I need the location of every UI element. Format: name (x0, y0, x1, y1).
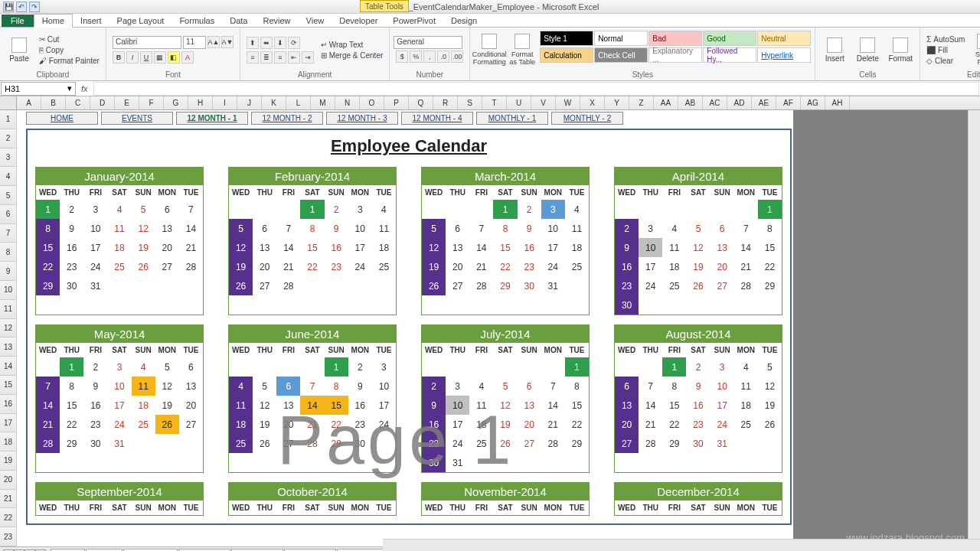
font-size-select[interactable]: 11 (183, 36, 206, 49)
day-cell[interactable]: 2 (83, 357, 107, 377)
day-cell[interactable]: 22 (325, 415, 348, 434)
col-B[interactable]: B (41, 96, 66, 109)
col-G[interactable]: G (164, 96, 188, 109)
row-3[interactable]: 3 (0, 148, 17, 168)
day-cell[interactable]: 26 (155, 415, 179, 434)
day-cell[interactable]: 19 (686, 257, 710, 276)
day-cell[interactable]: 8 (300, 219, 324, 238)
day-cell[interactable]: 24 (372, 415, 396, 434)
day-cell[interactable]: 30 (422, 453, 446, 472)
row-5[interactable]: 5 (0, 186, 17, 205)
day-cell[interactable] (132, 276, 155, 295)
tab-review[interactable]: Review (255, 15, 298, 27)
col-S[interactable]: S (458, 96, 482, 109)
day-cell[interactable]: 30 (83, 434, 107, 453)
day-cell[interactable] (639, 357, 662, 377)
day-cell[interactable]: 20 (518, 415, 541, 434)
col-W[interactable]: W (556, 96, 580, 109)
sort-filter-button[interactable]: Sort & Filter (969, 29, 980, 70)
day-cell[interactable]: 5 (758, 357, 782, 377)
day-cell[interactable]: 23 (615, 276, 639, 295)
day-cell[interactable] (541, 357, 565, 377)
day-cell[interactable]: 26 (758, 415, 782, 434)
undo-icon[interactable]: ↶ (16, 2, 27, 12)
day-cell[interactable]: 17 (83, 238, 107, 257)
day-cell[interactable]: 5 (132, 200, 155, 219)
day-cell[interactable]: 17 (639, 257, 662, 276)
day-cell[interactable]: 3 (446, 377, 469, 396)
day-cell[interactable] (253, 357, 276, 377)
day-cell[interactable]: 20 (615, 415, 639, 434)
align-top-icon[interactable]: ⬆ (247, 37, 259, 49)
style-calculation[interactable]: Calculation (540, 47, 593, 63)
day-cell[interactable]: 5 (686, 219, 710, 238)
day-cell[interactable]: 18 (229, 415, 253, 434)
navbtn-monthly---1[interactable]: MONTHLY - 1 (476, 112, 548, 125)
day-cell[interactable] (229, 200, 253, 219)
name-box[interactable]: H31▾ (1, 82, 76, 96)
day-cell[interactable]: 29 (36, 276, 60, 295)
day-cell[interactable]: 24 (639, 276, 662, 295)
day-cell[interactable]: 1 (493, 200, 517, 219)
day-cell[interactable]: 18 (372, 238, 396, 257)
day-cell[interactable]: 4 (662, 219, 686, 238)
day-cell[interactable]: 16 (325, 238, 348, 257)
day-cell[interactable]: 6 (518, 377, 541, 396)
navbtn-home[interactable]: HOME (26, 112, 98, 125)
format-as-table-button[interactable]: Format as Table (507, 29, 537, 70)
day-cell[interactable]: 22 (493, 257, 517, 276)
day-cell[interactable] (734, 434, 758, 453)
col-AE[interactable]: AE (752, 96, 776, 109)
day-cell[interactable] (565, 453, 589, 472)
day-cell[interactable]: 11 (469, 396, 493, 415)
day-cell[interactable]: 23 (83, 415, 107, 434)
day-cell[interactable]: 8 (60, 377, 83, 396)
day-cell[interactable]: 7 (276, 219, 300, 238)
col-O[interactable]: O (360, 96, 384, 109)
day-cell[interactable]: 4 (372, 200, 396, 219)
vertical-scrollbar[interactable] (968, 110, 980, 546)
day-cell[interactable]: 21 (541, 415, 565, 434)
day-cell[interactable]: 25 (132, 415, 155, 434)
day-cell[interactable]: 25 (372, 257, 396, 276)
currency-icon[interactable]: $ (396, 51, 408, 63)
day-cell[interactable]: 27 (710, 276, 734, 295)
day-cell[interactable] (686, 295, 710, 315)
day-cell[interactable]: 10 (639, 238, 662, 257)
day-cell[interactable] (469, 200, 493, 219)
day-cell[interactable]: 11 (662, 238, 686, 257)
day-cell[interactable] (469, 357, 493, 377)
day-cell[interactable] (107, 276, 131, 295)
col-AA[interactable]: AA (654, 96, 678, 109)
day-cell[interactable] (372, 276, 396, 295)
day-cell[interactable]: 8 (36, 219, 60, 238)
day-cell[interactable]: 12 (686, 238, 710, 257)
day-cell[interactable]: 12 (229, 238, 253, 257)
day-cell[interactable]: 2 (615, 219, 639, 238)
navbtn-12-month---3[interactable]: 12 MONTH - 3 (326, 112, 398, 125)
day-cell[interactable]: 22 (758, 257, 782, 276)
style-bad[interactable]: Bad (648, 31, 702, 46)
day-cell[interactable]: 30 (686, 434, 710, 453)
style-neutral[interactable]: Neutral (757, 31, 811, 46)
day-cell[interactable]: 15 (300, 238, 324, 257)
day-cell[interactable]: 2 (422, 377, 446, 396)
day-cell[interactable]: 23 (422, 434, 446, 453)
day-cell[interactable]: 6 (710, 219, 734, 238)
style-normal[interactable]: Normal (594, 31, 648, 46)
day-cell[interactable]: 12 (493, 396, 517, 415)
col-A[interactable]: A (17, 96, 41, 109)
day-cell[interactable]: 15 (662, 396, 686, 415)
font-color-icon[interactable]: A (181, 51, 194, 64)
row-15[interactable]: 15 (0, 376, 17, 395)
day-cell[interactable]: 7 (179, 200, 203, 219)
col-Y[interactable]: Y (605, 96, 629, 109)
day-cell[interactable]: 6 (615, 377, 639, 396)
day-cell[interactable]: 3 (348, 200, 372, 219)
day-cell[interactable]: 22 (36, 257, 60, 276)
day-cell[interactable]: 10 (107, 377, 131, 396)
row-11[interactable]: 11 (0, 300, 17, 319)
tab-home[interactable]: Home (34, 14, 73, 28)
day-cell[interactable]: 16 (686, 396, 710, 415)
day-cell[interactable]: 15 (60, 396, 83, 415)
